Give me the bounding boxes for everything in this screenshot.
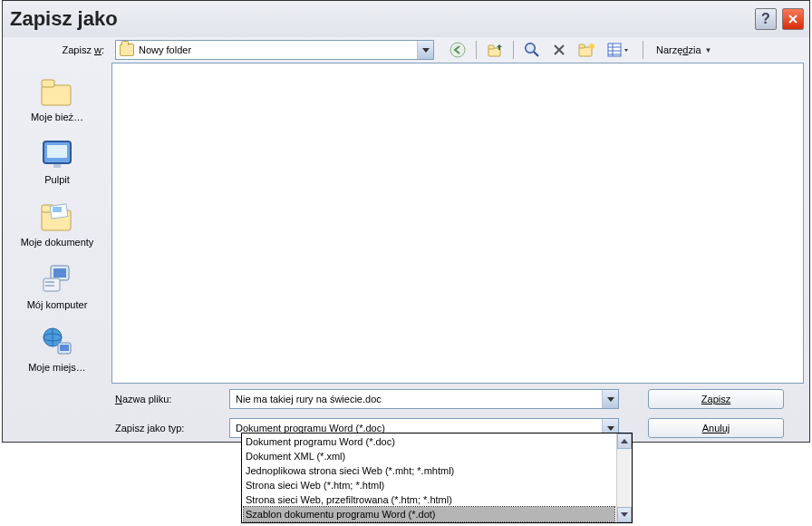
save-in-label: Zapisz w:: [8, 44, 110, 55]
toolbar-icons: Narzędzia ▼: [449, 41, 715, 59]
location-bar: Zapisz w: Nowy folder: [3, 37, 809, 63]
new-folder-button[interactable]: [577, 41, 595, 59]
save-as-type-label: Zapisz jako typ:: [111, 423, 229, 433]
close-button[interactable]: [782, 8, 804, 30]
filename-label: Nazwa pliku:: [111, 394, 229, 404]
save-as-type-listbox[interactable]: Dokument programu Word (*.doc)Dokument X…: [241, 433, 633, 523]
search-web-button[interactable]: [523, 41, 541, 59]
place-my-documents[interactable]: Moje dokumenty: [8, 195, 106, 254]
dialog-title: Zapisz jako: [10, 7, 118, 31]
svg-rect-27: [45, 285, 54, 287]
svg-rect-17: [47, 145, 67, 158]
type-option[interactable]: Jednoplikowa strona sieci Web (*.mht; *.…: [244, 463, 614, 478]
type-option[interactable]: Dokument XML (*.xml): [244, 449, 614, 463]
svg-line-4: [534, 52, 538, 56]
svg-rect-26: [45, 281, 54, 283]
save-button[interactable]: Zapisz: [648, 389, 784, 409]
save-in-value: Nowy folder: [139, 44, 191, 55]
scroll-down-button[interactable]: [617, 507, 632, 522]
svg-point-5: [526, 44, 535, 53]
svg-rect-31: [60, 345, 69, 351]
type-option[interactable]: Szablon dokumentu programu Word (*.dot): [244, 507, 614, 521]
chevron-down-icon[interactable]: [417, 41, 433, 59]
places-bar: Moje bież… Pulpit Moje dokumenty Mój kom…: [3, 63, 111, 442]
svg-rect-22: [53, 207, 62, 212]
views-button[interactable]: [604, 41, 633, 59]
help-button[interactable]: ?: [755, 8, 777, 30]
svg-rect-7: [579, 44, 585, 48]
svg-point-0: [450, 43, 465, 57]
cancel-button[interactable]: Anuluj: [648, 418, 784, 438]
file-list[interactable]: [111, 63, 804, 384]
svg-point-8: [589, 44, 594, 49]
svg-rect-15: [42, 80, 54, 87]
back-button[interactable]: [449, 41, 467, 59]
save-as-dialog: Zapisz jako ? Zapisz w: Nowy folder: [2, 0, 810, 443]
tools-menu[interactable]: Narzędzia ▼: [652, 43, 715, 57]
titlebar: Zapisz jako ?: [3, 1, 809, 37]
listbox-scrollbar[interactable]: [616, 433, 632, 522]
delete-button[interactable]: [550, 41, 568, 59]
type-option[interactable]: Dokument programu Word (*.doc): [244, 434, 614, 449]
type-option[interactable]: Strona sieci Web, przefiltrowana (*.htm;…: [244, 492, 614, 507]
svg-rect-2: [488, 45, 494, 49]
up-one-level-button[interactable]: [486, 41, 504, 59]
save-in-dropdown[interactable]: Nowy folder: [115, 40, 434, 60]
svg-rect-18: [53, 164, 61, 168]
place-my-computer[interactable]: Mój komputer: [8, 258, 106, 317]
scroll-up-button[interactable]: [617, 433, 632, 449]
svg-rect-14: [42, 85, 71, 105]
type-option[interactable]: Strona sieci Web (*.htm; *.html): [244, 478, 614, 492]
place-my-network[interactable]: Moje miejs…: [8, 320, 106, 379]
chevron-down-icon[interactable]: [602, 390, 618, 408]
svg-rect-24: [53, 268, 66, 278]
place-desktop[interactable]: Pulpit: [8, 132, 106, 191]
place-recent[interactable]: Moje bież…: [8, 70, 106, 129]
filename-input[interactable]: Nie ma takiej rury na świecie.doc: [229, 389, 619, 409]
folder-icon: [120, 44, 134, 56]
